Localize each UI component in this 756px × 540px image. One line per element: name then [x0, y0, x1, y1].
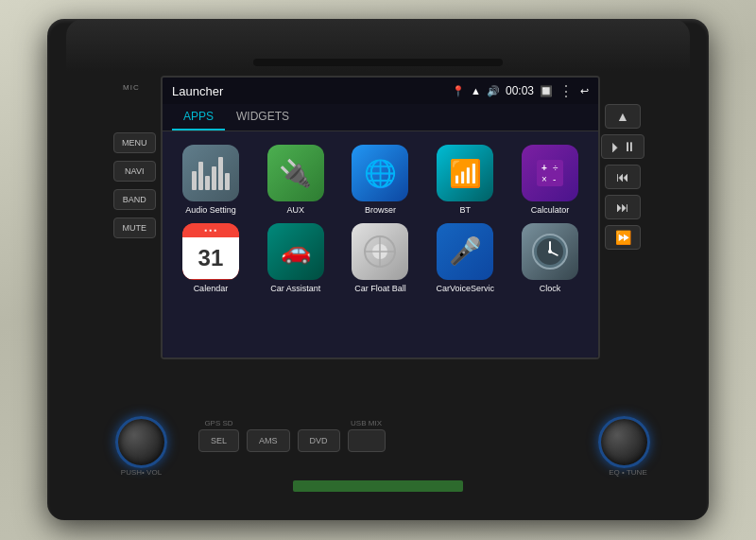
- app-browser[interactable]: 🌐 Browser: [342, 145, 420, 216]
- calendar-icon: ▪ ▪ ▪ 31: [182, 223, 239, 280]
- dvd-group: DVD: [298, 419, 340, 452]
- more-icon[interactable]: ⋮: [558, 82, 575, 100]
- battery-icon: 🔲: [540, 85, 553, 97]
- status-icons: 📍 ▲ 🔊 00:03 🔲 ⋮ ↩: [452, 82, 589, 100]
- clock-svg: [529, 231, 571, 272]
- time-display: 00:03: [506, 84, 534, 97]
- calendar-inner: ▪ ▪ ▪ 31: [182, 223, 239, 280]
- app-clock[interactable]: Clock: [511, 223, 589, 294]
- app-calendar[interactable]: ▪ ▪ ▪ 31 Calendar: [172, 223, 249, 294]
- wifi-icon: ▲: [471, 85, 481, 96]
- ams-button[interactable]: AMS: [247, 429, 290, 452]
- clock-icon: [522, 223, 578, 280]
- head-unit: MIC Launcher 📍 ▲ 🔊 00:03 🔲 ⋮ ↩ APPS: [47, 19, 709, 520]
- gps-label: GPS SD: [204, 419, 232, 427]
- svg-point-13: [548, 250, 552, 253]
- car-assistant-label: Car Assistant: [270, 284, 320, 294]
- aux-icon: 🔌: [267, 145, 324, 201]
- svg-text:-: -: [553, 174, 556, 184]
- browser-icon: 🌐: [352, 145, 408, 201]
- car-voice-service-label: CarVoiceServic: [437, 284, 495, 294]
- next-button[interactable]: ⏭: [605, 195, 641, 219]
- calculator-svg: + ÷ × -: [533, 156, 567, 190]
- car-assistant-icon: 🚗: [267, 223, 324, 280]
- launcher-title: Launcher: [172, 84, 223, 98]
- volume-knob[interactable]: [115, 416, 167, 468]
- bar4: [212, 166, 216, 190]
- calendar-date: 31: [182, 237, 239, 279]
- left-side-buttons: MENU NAVI BAND MUTE: [113, 132, 156, 238]
- car-float-ball-label: Car Float Ball: [354, 284, 406, 294]
- screen: Launcher 📍 ▲ 🔊 00:03 🔲 ⋮ ↩ APPS WIDGETS: [163, 78, 598, 357]
- ams-top-label: [267, 419, 269, 427]
- bar5: [218, 157, 223, 190]
- car-voice-service-icon: 🎤: [437, 223, 493, 280]
- usb-label: USB MIX: [351, 419, 382, 427]
- bt-label: BT: [460, 205, 472, 216]
- knob-right-label: EQ • TUNE: [602, 468, 654, 477]
- tune-knob[interactable]: [598, 416, 650, 468]
- audio-setting-label: Audio Setting: [185, 205, 236, 216]
- app-bt[interactable]: 📶 BT: [426, 145, 504, 216]
- app-audio-setting[interactable]: Audio Setting: [172, 145, 249, 216]
- bt-icon: 📶: [437, 145, 493, 201]
- clock-label: Clock: [540, 284, 561, 294]
- back-icon[interactable]: ↩: [580, 85, 589, 97]
- bar2: [198, 162, 203, 190]
- bar6: [225, 173, 230, 190]
- screen-container: Launcher 📍 ▲ 🔊 00:03 🔲 ⋮ ↩ APPS WIDGETS: [161, 76, 600, 359]
- apps-grid: Audio Setting 🔌 AUX 🌐 Browser: [163, 135, 598, 304]
- usb-group: USB MIX: [348, 419, 386, 452]
- app-car-voice-service[interactable]: 🎤 CarVoiceServic: [426, 223, 504, 294]
- dvd-button[interactable]: DVD: [298, 429, 340, 452]
- calendar-month-header: ▪ ▪ ▪: [182, 223, 239, 237]
- gps-sel-group: GPS SD SEL: [198, 419, 239, 452]
- mute-button[interactable]: MUTE: [113, 218, 156, 238]
- status-bar: Launcher 📍 ▲ 🔊 00:03 🔲 ⋮ ↩: [163, 78, 598, 104]
- audio-setting-icon: [182, 145, 239, 201]
- float-ball-svg: [361, 233, 399, 270]
- car-float-ball-icon: [352, 223, 408, 280]
- app-car-float-ball[interactable]: Car Float Ball: [342, 223, 420, 294]
- green-connector: [293, 480, 463, 492]
- bar3: [205, 176, 210, 190]
- volume-icon: 🔊: [487, 85, 500, 97]
- menu-button[interactable]: MENU: [113, 132, 156, 153]
- location-icon: 📍: [452, 85, 465, 97]
- svg-text:+: +: [541, 163, 547, 173]
- browser-label: Browser: [365, 205, 396, 216]
- calculator-label: Calculator: [531, 205, 570, 216]
- band-button[interactable]: BAND: [113, 189, 156, 210]
- calculator-icon: + ÷ × -: [522, 145, 578, 201]
- dvd-top-label: [318, 419, 319, 427]
- ff-button[interactable]: ⏩: [605, 225, 641, 250]
- prev-button[interactable]: ⏮: [605, 165, 641, 189]
- bottom-button-row: GPS SD SEL AMS DVD USB MIX: [198, 419, 386, 452]
- app-calculator[interactable]: + ÷ × - Calculator: [511, 145, 589, 216]
- usb-button[interactable]: [348, 429, 386, 452]
- tab-apps[interactable]: APPS: [172, 104, 225, 131]
- play-pause-button[interactable]: ⏵⏸: [601, 134, 644, 159]
- svg-text:÷: ÷: [553, 163, 558, 173]
- knob-left-label: PUSH• VOL: [115, 468, 167, 477]
- right-side-buttons: ▲ ⏵⏸ ⏮ ⏭ ⏩: [601, 104, 644, 250]
- bar1: [192, 171, 197, 190]
- app-aux[interactable]: 🔌 AUX: [257, 145, 335, 216]
- ams-group: AMS: [247, 419, 290, 452]
- navi-button[interactable]: NAVI: [113, 161, 156, 182]
- svg-text:×: ×: [541, 174, 547, 184]
- app-car-assistant[interactable]: 🚗 Car Assistant: [257, 223, 335, 294]
- tab-widgets[interactable]: WIDGETS: [225, 104, 301, 131]
- mic-label: MIC: [123, 83, 140, 92]
- tab-bar: APPS WIDGETS: [163, 104, 598, 131]
- top-piece: [66, 19, 690, 71]
- audio-bars: [192, 157, 230, 190]
- sel-button[interactable]: SEL: [198, 429, 239, 452]
- eject-button[interactable]: ▲: [605, 104, 641, 129]
- aux-label: AUX: [286, 205, 304, 216]
- calendar-label: Calendar: [194, 284, 229, 294]
